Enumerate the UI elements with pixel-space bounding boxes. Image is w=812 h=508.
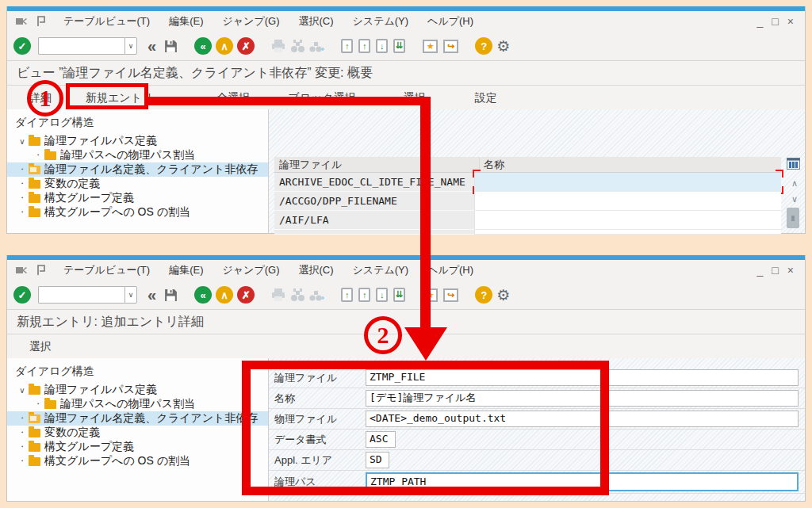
tree-item-physical-path-assign[interactable]: ・ 論理パスへの物理パス割当 — [7, 397, 268, 411]
table-panel: 論理ファイル 名称 ARCHIVE_EDOC_CL_IDTE_FILE_NAME… — [269, 109, 805, 233]
tree-item-syntax-group-def[interactable]: ・ 構文グループ定義 — [7, 191, 268, 205]
back-icon[interactable]: « — [194, 286, 212, 304]
next-page-icon[interactable]: ↓ — [376, 39, 388, 53]
expander-icon[interactable]: ∨ — [17, 137, 28, 146]
menu-goto[interactable]: ジャンプ(G) — [213, 263, 289, 277]
minimize-button[interactable]: _ — [757, 15, 764, 28]
table-settings-icon[interactable] — [787, 158, 800, 173]
enter-icon[interactable]: ✓ — [13, 37, 31, 55]
scrollbar-thumb[interactable] — [787, 208, 799, 228]
menu-edit[interactable]: 編集(E) — [159, 14, 213, 29]
find-next-icon[interactable] — [309, 288, 324, 303]
open-folder-icon — [29, 414, 40, 423]
standard-toolbar: ✓ ∨ « « ∧ ✗ ↑ ↑ — [7, 281, 805, 310]
settings-button[interactable]: 設定 — [475, 91, 497, 105]
close-button[interactable]: × — [787, 264, 794, 277]
maximize-button[interactable]: □ — [772, 15, 778, 28]
tree-item-os-assign[interactable]: ・ 構文グループへの OS の割当 — [7, 205, 268, 220]
folder-icon — [29, 429, 40, 437]
step-1-badge: 1 — [27, 80, 63, 116]
favorites-icon[interactable]: ★ — [423, 40, 438, 53]
tree-item-logical-file-def[interactable]: ・ 論理ファイル名定義、クライアント非依存 — [7, 162, 268, 177]
find-icon[interactable] — [290, 39, 305, 54]
last-page-icon[interactable]: ⇊ — [393, 39, 405, 53]
session-icon[interactable] — [36, 16, 46, 27]
menu-system[interactable]: システム(Y) — [343, 263, 419, 277]
column-header-name[interactable]: 名称 — [479, 157, 781, 172]
save-icon[interactable] — [163, 39, 178, 54]
scroll-up-icon[interactable]: ∧ — [791, 179, 798, 188]
close-button[interactable]: × — [787, 15, 794, 28]
cancel-icon[interactable]: ✗ — [237, 37, 255, 55]
menu-selection[interactable]: 選択(C) — [289, 14, 343, 29]
page-title: ビュー ”論理ファイル名定義、クライアント非依存” 変更: 概要 — [7, 61, 805, 86]
tree-item-physical-path-assign[interactable]: ・ 論理パスへの物理パス割当 — [7, 148, 268, 162]
command-field-wrap: ∨ — [38, 286, 137, 304]
find-next-icon[interactable] — [309, 39, 324, 54]
command-dropdown-icon[interactable]: ∨ — [124, 37, 137, 55]
command-field[interactable] — [38, 37, 124, 55]
column-header-logical-file[interactable]: 論理ファイル — [274, 157, 479, 172]
shortcut-icon[interactable]: ↪ — [443, 40, 458, 53]
menu-table-view[interactable]: テーブルビュー(T) — [54, 14, 159, 29]
menu-help[interactable]: ヘルプ(H) — [418, 14, 483, 29]
customize-layout-icon[interactable]: ⚙ — [496, 39, 510, 54]
tree-item-logical-path-def[interactable]: ∨ 論理ファイルパス定義 — [7, 383, 268, 397]
expander-icon[interactable]: ∨ — [17, 386, 28, 395]
sap-menu-icon[interactable] — [15, 17, 28, 26]
tree-item-os-assign[interactable]: ・ 構文グループへの OS の割当 — [7, 454, 268, 468]
minimize-button[interactable]: _ — [757, 264, 764, 277]
tree-header: ダイアログ構造 — [7, 365, 268, 383]
menu-system[interactable]: システム(Y) — [343, 14, 419, 29]
select-button[interactable]: 選択 — [29, 340, 52, 354]
folder-icon — [29, 386, 40, 395]
help-icon[interactable]: ? — [475, 286, 492, 304]
menu-edit[interactable]: 編集(E) — [159, 263, 213, 277]
first-page-icon[interactable]: ↑ — [341, 288, 353, 302]
tree-item-variable-def[interactable]: ・ 変数の定義 — [7, 177, 268, 191]
shortcut-icon[interactable]: ↪ — [443, 288, 458, 302]
menu-bar: テーブルビュー(T) 編集(E) ジャンプ(G) 選択(C) システム(Y) ヘ… — [7, 11, 805, 32]
folder-icon — [29, 180, 40, 189]
previous-page-icon[interactable]: ↑ — [358, 288, 370, 302]
last-page-icon[interactable]: ⇊ — [393, 288, 405, 302]
tree-item-logical-file-def[interactable]: ・ 論理ファイル名定義、クライアント非依存 — [7, 411, 268, 426]
exit-icon[interactable]: ∧ — [216, 37, 233, 55]
first-page-icon[interactable]: ↑ — [341, 39, 353, 53]
print-icon[interactable] — [270, 288, 286, 303]
dialog-structure-tree: ダイアログ構造 ∨ 論理ファイルパス定義 ・ 論理パスへの物理パス割当 ・ 論理… — [7, 109, 269, 233]
command-dropdown-icon[interactable]: ∨ — [124, 286, 137, 304]
table-row[interactable]: /AIF/LFA — [274, 211, 781, 230]
menu-selection[interactable]: 選択(C) — [289, 263, 343, 277]
customize-layout-icon[interactable]: ⚙ — [496, 288, 510, 303]
menu-goto[interactable]: ジャンプ(G) — [213, 14, 289, 29]
maximize-button[interactable]: □ — [772, 264, 778, 277]
previous-page-icon[interactable]: ↑ — [358, 39, 370, 53]
tree-header: ダイアログ構造 — [7, 116, 268, 134]
folder-icon — [44, 400, 56, 409]
collapse-command-icon[interactable]: « — [147, 38, 156, 54]
logical-file-table: 論理ファイル 名称 ARCHIVE_EDOC_CL_IDTE_FILE_NAME… — [274, 157, 781, 235]
print-icon[interactable] — [270, 39, 286, 54]
tree-item-variable-def[interactable]: ・ 変数の定義 — [7, 426, 268, 440]
table-row[interactable]: ARCHIVE_EDOC_CL_IDTE_FILE_NAME — [274, 173, 781, 192]
table-row[interactable]: /ACCGO/DPP_FILENAME — [274, 192, 781, 211]
next-page-icon[interactable]: ↓ — [376, 288, 388, 302]
save-icon[interactable] — [163, 288, 178, 303]
menu-table-view[interactable]: テーブルビュー(T) — [54, 263, 159, 277]
tree-item-syntax-group-def[interactable]: ・ 構文グループ定義 — [7, 440, 268, 454]
command-field-wrap: ∨ — [38, 37, 137, 55]
name-cell-focused[interactable] — [474, 173, 781, 192]
help-icon[interactable]: ? — [475, 37, 492, 55]
command-field[interactable] — [38, 286, 124, 304]
cancel-icon[interactable]: ✗ — [237, 286, 255, 304]
enter-icon[interactable]: ✓ — [13, 286, 31, 304]
tree-item-logical-path-def[interactable]: ∨ 論理ファイルパス定義 — [7, 134, 268, 148]
session-icon[interactable] — [36, 265, 46, 276]
collapse-command-icon[interactable]: « — [147, 287, 156, 303]
back-icon[interactable]: « — [194, 37, 212, 55]
find-icon[interactable] — [290, 288, 305, 303]
exit-icon[interactable]: ∧ — [216, 286, 233, 304]
scroll-down-icon[interactable]: ∨ — [791, 195, 798, 204]
sap-menu-icon[interactable] — [15, 265, 28, 275]
